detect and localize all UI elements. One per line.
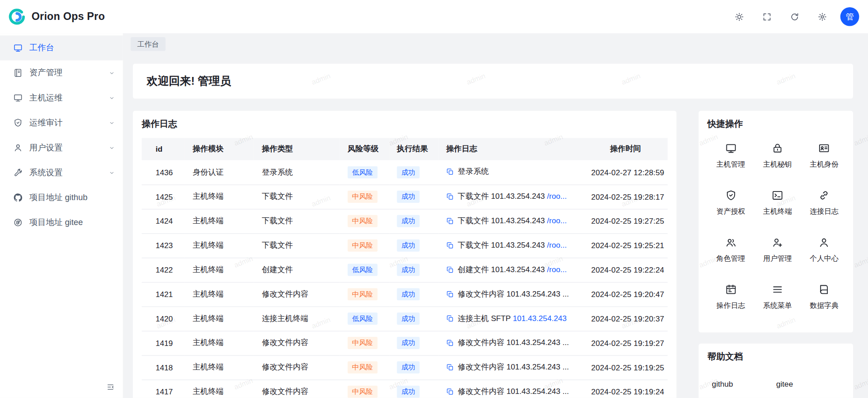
copy-icon[interactable] <box>446 168 454 176</box>
log-id: 1436 <box>142 160 185 185</box>
quick-action-system-menu[interactable]: 系统菜单 <box>754 274 801 321</box>
theme-toggle-icon[interactable] <box>730 7 749 26</box>
sidebar-item-workbench[interactable]: 工作台 <box>0 35 123 60</box>
help-link-github[interactable]: github <box>712 379 733 388</box>
fullscreen-icon[interactable] <box>757 7 776 26</box>
quick-action-host-keys[interactable]: 主机秘钥 <box>754 133 801 180</box>
user-group-icon <box>725 237 737 249</box>
settings-icon[interactable] <box>813 7 832 26</box>
copy-icon[interactable] <box>446 290 454 298</box>
quick-action-host-management[interactable]: 主机管理 <box>707 133 754 180</box>
sidebar-item-project-gitee[interactable]: 项目地址 gitee <box>0 210 123 235</box>
result-badge: 成功 <box>397 240 420 252</box>
help-link-gitee[interactable]: gitee <box>776 379 793 388</box>
log-id: 1421 <box>142 282 185 307</box>
sidebar-item-ops-audit[interactable]: 运维审计 <box>0 110 123 135</box>
desktop-icon <box>13 93 23 103</box>
operation-log-table: id操作模块操作类型风险等级执行结果操作日志操作时间 1436身份认证登录系统低… <box>142 138 668 398</box>
brand[interactable]: Orion Ops Pro <box>8 8 105 26</box>
shield-icon <box>13 118 23 128</box>
log-table-row: 1418主机终端修改文件内容中风险成功修改文件内容 101.43.254.243… <box>142 355 668 379</box>
copy-icon[interactable] <box>446 217 454 225</box>
quick-action-host-terminal[interactable]: 主机终端 <box>754 180 801 227</box>
log-type: 连接主机终端 <box>254 307 340 331</box>
sidebar-item-user-settings[interactable]: 用户设置 <box>0 135 123 160</box>
quick-action-connection-log[interactable]: 连接日志 <box>801 180 847 227</box>
result-badge: 成功 <box>397 312 420 325</box>
book-icon <box>818 284 830 296</box>
link-icon <box>818 190 830 201</box>
quick-action-role-management[interactable]: 角色管理 <box>707 227 754 274</box>
avatar[interactable]: 管 <box>840 7 859 26</box>
quick-action-asset-authorization[interactable]: 资产授权 <box>707 180 754 227</box>
sidebar-item-label: 用户设置 <box>29 143 102 153</box>
monitor-icon <box>725 143 737 154</box>
log-type: 修改文件内容 <box>254 379 340 398</box>
log-module: 主机终端 <box>185 331 254 355</box>
result-badge: 成功 <box>397 264 420 276</box>
quick-action-data-dictionary[interactable]: 数据字典 <box>801 274 847 321</box>
lock-icon <box>772 143 783 154</box>
chevron-down-icon <box>109 169 115 176</box>
watermark-text: admin <box>853 254 868 269</box>
log-link[interactable]: /roo... <box>547 192 567 201</box>
content-columns: 操作日志 id操作模块操作类型风险等级执行结果操作日志操作时间 1436身份认证… <box>133 111 853 398</box>
logo-icon <box>8 8 26 26</box>
watermark-text: admin <box>853 376 868 391</box>
sidebar-item-label: 主机运维 <box>29 92 102 103</box>
copy-icon[interactable] <box>446 315 454 322</box>
result-badge: 成功 <box>397 337 420 349</box>
log-text: 修改文件内容 101.43.254.243 ... <box>458 338 569 348</box>
sidebar-item-asset-management[interactable]: 资产管理 <box>0 60 123 85</box>
top-header: Orion Ops Pro 管 <box>0 0 868 33</box>
header-actions: 管 <box>730 7 859 26</box>
log-time: 2024-02-25 19:20:37 <box>583 307 668 331</box>
quick-action-personal-center[interactable]: 个人中心 <box>801 227 847 274</box>
copy-icon[interactable] <box>446 363 454 371</box>
copy-icon[interactable] <box>446 388 454 395</box>
app-screen: Orion Ops Pro 管 工作台资产管理主机运维运维审计用户设置系统设置项… <box>0 0 868 398</box>
shield-icon <box>725 190 737 201</box>
user-add-icon <box>772 237 783 249</box>
log-text: 修改文件内容 101.43.254.243 ... <box>458 289 569 299</box>
welcome-card: 欢迎回来! 管理员 <box>133 64 853 99</box>
collapse-sidebar-icon[interactable] <box>106 383 114 391</box>
tabs-bar: 工作台 <box>123 33 868 53</box>
sidebar-item-host-ops[interactable]: 主机运维 <box>0 85 123 110</box>
log-table-row: 1423主机终端下载文件中风险成功下载文件 101.43.254.243 /ro… <box>142 233 668 258</box>
log-link[interactable]: /roo... <box>547 240 567 249</box>
log-id: 1424 <box>142 209 185 233</box>
help-docs-title: 帮助文档 <box>707 351 844 363</box>
log-text: 下载文件 101.43.254.243 /roo... <box>458 192 567 201</box>
log-id: 1419 <box>142 331 185 355</box>
quick-action-label: 用户管理 <box>763 254 792 264</box>
result-badge: 成功 <box>397 386 420 398</box>
column-header: 操作类型 <box>254 138 340 160</box>
sidebar-item-system-settings[interactable]: 系统设置 <box>0 160 123 185</box>
log-module: 主机终端 <box>185 233 254 258</box>
log-text: 下载文件 101.43.254.243 /roo... <box>458 216 567 226</box>
log-module: 主机终端 <box>185 282 254 307</box>
refresh-icon[interactable] <box>785 7 804 26</box>
quick-action-operation-log[interactable]: 操作日志 <box>707 274 754 321</box>
sidebar-item-project-github[interactable]: 项目地址 github <box>0 185 123 210</box>
log-link[interactable]: /roo... <box>547 264 567 273</box>
log-id: 1423 <box>142 233 185 258</box>
quick-action-host-identity[interactable]: 主机身份 <box>801 133 847 180</box>
quick-action-label: 主机终端 <box>763 206 792 216</box>
column-header: 执行结果 <box>389 138 438 160</box>
log-link[interactable]: /roo... <box>547 216 567 225</box>
table-header-row: id操作模块操作类型风险等级执行结果操作日志操作时间 <box>142 138 668 160</box>
log-module: 主机终端 <box>185 307 254 331</box>
quick-action-user-management[interactable]: 用户管理 <box>754 227 801 274</box>
copy-icon[interactable] <box>446 241 454 249</box>
copy-icon[interactable] <box>446 339 454 346</box>
copy-icon[interactable] <box>446 266 454 273</box>
log-type: 修改文件内容 <box>254 355 340 379</box>
copy-icon[interactable] <box>446 192 454 200</box>
log-table-row: 1417主机终端修改文件内容中风险成功修改文件内容 101.43.254.243… <box>142 379 668 398</box>
risk-badge: 中风险 <box>348 386 377 398</box>
log-link[interactable]: 101.43.254.243 <box>513 313 567 322</box>
tab-workbench[interactable]: 工作台 <box>131 37 166 51</box>
wrench-icon <box>13 168 23 177</box>
